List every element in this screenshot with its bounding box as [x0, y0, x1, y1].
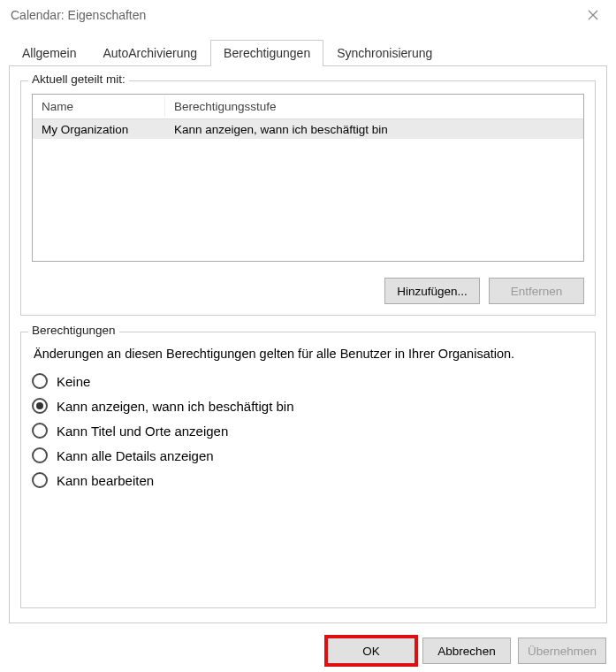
radio-none[interactable]: Keine	[32, 373, 584, 389]
apply-button: Übernehmen	[518, 638, 606, 664]
radio-icon	[32, 423, 48, 439]
add-button[interactable]: Hinzufügen...	[384, 278, 480, 304]
permissions-group: Berechtigungen Änderungen an diesen Bere…	[20, 332, 596, 608]
remove-button: Entfernen	[489, 278, 584, 304]
perm-options: Keine Kann anzeigen, wann ich beschäftig…	[32, 373, 584, 488]
radio-edit[interactable]: Kann bearbeiten	[32, 472, 584, 488]
tab-autoarchive[interactable]: AutoArchivierung	[89, 40, 210, 66]
dialog-footer: OK Abbrechen Übernehmen	[0, 632, 616, 672]
radio-title-loc[interactable]: Kann Titel und Orte anzeigen	[32, 423, 584, 439]
radio-icon	[32, 398, 48, 414]
radio-label: Kann alle Details anzeigen	[57, 448, 214, 463]
grid-body: My Organization Kann anzeigen, wann ich …	[33, 119, 583, 261]
cancel-button[interactable]: Abbrechen	[422, 638, 511, 664]
radio-icon	[32, 447, 48, 463]
close-icon[interactable]	[575, 0, 611, 30]
radio-icon	[32, 472, 48, 488]
radio-busy[interactable]: Kann anzeigen, wann ich beschäftigt bin	[32, 398, 584, 414]
radio-icon	[32, 373, 48, 389]
shared-legend: Aktuell geteilt mit:	[28, 73, 129, 86]
window-title: Calendar: Eigenschaften	[11, 8, 146, 22]
radio-label: Kann bearbeiten	[57, 473, 154, 488]
perm-legend: Berechtigungen	[28, 324, 119, 337]
table-row[interactable]: My Organization Kann anzeigen, wann ich …	[33, 119, 583, 139]
perm-desc: Änderungen an diesen Berechtigungen gelt…	[34, 347, 582, 361]
radio-label: Kann anzeigen, wann ich beschäftigt bin	[57, 399, 294, 414]
tab-panel: Aktuell geteilt mit: Name Berechtigungss…	[9, 65, 607, 623]
tab-sync[interactable]: Synchronisierung	[323, 40, 445, 66]
shared-grid[interactable]: Name Berechtigungsstufe My Organization …	[32, 94, 584, 262]
tab-permissions[interactable]: Berechtigungen	[210, 40, 323, 66]
cell-name: My Organization	[33, 121, 165, 138]
ok-button[interactable]: OK	[327, 638, 415, 664]
col-name: Name	[33, 96, 165, 117]
tabstrip: Allgemein AutoArchivierung Berechtigunge…	[0, 30, 616, 65]
shared-with-group: Aktuell geteilt mit: Name Berechtigungss…	[20, 80, 596, 316]
cell-level: Kann anzeigen, wann ich beschäftigt bin	[165, 121, 583, 138]
radio-label: Keine	[57, 374, 90, 389]
radio-label: Kann Titel und Orte anzeigen	[57, 424, 228, 439]
radio-all-details[interactable]: Kann alle Details anzeigen	[32, 447, 584, 463]
grid-header: Name Berechtigungsstufe	[33, 95, 583, 119]
col-level: Berechtigungsstufe	[165, 96, 583, 117]
tab-general[interactable]: Allgemein	[9, 40, 89, 66]
titlebar: Calendar: Eigenschaften	[0, 0, 616, 30]
